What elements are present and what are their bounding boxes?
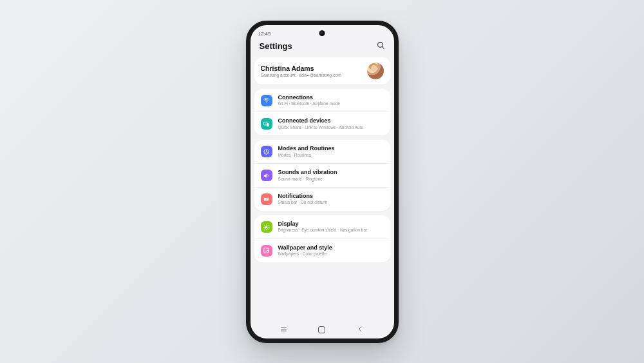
account-subtitle: Samsung account · ada••@samsung.com <box>261 73 341 77</box>
settings-row-notifications[interactable]: Notifications Status bar · Do not distur… <box>254 187 390 211</box>
bell-icon <box>261 193 272 205</box>
camera-hole <box>319 30 325 36</box>
svg-rect-3 <box>263 122 267 125</box>
status-time: 12:45 <box>258 31 271 37</box>
settings-scroll[interactable]: Christina Adams Samsung account · ada••@… <box>251 57 394 322</box>
svg-point-7 <box>265 199 265 199</box>
sun-icon <box>261 221 272 233</box>
phone-frame: 12:45 Settings Christina Adams Samsung a… <box>246 21 399 343</box>
svg-line-18 <box>268 225 269 226</box>
nav-back-icon[interactable] <box>356 324 365 336</box>
sound-icon <box>261 170 272 181</box>
account-name: Christina Adams <box>261 64 341 72</box>
settings-group: Display Brightness · Eye comfort shield … <box>254 215 390 262</box>
page-title: Settings <box>260 41 292 51</box>
routines-icon <box>261 146 272 157</box>
svg-line-16 <box>268 228 269 229</box>
nav-home-icon[interactable] <box>318 326 325 333</box>
row-subtitle: Sound mode · Ringtone <box>278 177 384 182</box>
wifi-icon <box>261 95 272 106</box>
row-subtitle: Wi-Fi · Bluetooth · Airplane mode <box>278 101 384 107</box>
settings-row-sounds-vibration[interactable]: Sounds and vibration Sound mode · Ringto… <box>254 163 390 187</box>
row-title: Notifications <box>278 193 384 199</box>
settings-row-display[interactable]: Display Brightness · Eye comfort shield … <box>254 215 390 239</box>
row-subtitle: Modes · Routines <box>278 153 384 159</box>
row-subtitle: Brightness · Eye comfort shield · Naviga… <box>278 228 384 233</box>
row-subtitle: Quick Share · Link to Windows · Android … <box>278 125 384 131</box>
settings-group: Connections Wi-Fi · Bluetooth · Airplane… <box>254 89 390 136</box>
row-title: Wallpaper and style <box>278 244 384 251</box>
row-text: Connections Wi-Fi · Bluetooth · Airplane… <box>278 94 384 107</box>
svg-rect-8 <box>266 199 268 199</box>
svg-line-15 <box>264 225 265 226</box>
row-text: Wallpaper and style Wallpapers · Color p… <box>278 244 384 257</box>
settings-header: Settings <box>251 39 394 57</box>
svg-point-2 <box>266 102 267 103</box>
devices-icon <box>261 118 272 130</box>
row-subtitle: Wallpapers · Color palette <box>278 251 384 257</box>
svg-line-17 <box>264 228 265 229</box>
navigation-bar <box>251 322 394 338</box>
row-title: Sounds and vibration <box>278 169 384 175</box>
svg-rect-9 <box>266 199 267 200</box>
settings-row-wallpaper-style[interactable]: Wallpaper and style Wallpapers · Color p… <box>254 239 390 262</box>
row-text: Notifications Status bar · Do not distur… <box>278 193 384 206</box>
nav-recents-icon[interactable] <box>279 324 288 336</box>
row-title: Connections <box>278 94 384 101</box>
row-title: Display <box>278 221 384 227</box>
settings-row-connected-devices[interactable]: Connected devices Quick Share · Link to … <box>254 112 390 135</box>
avatar[interactable] <box>367 63 384 79</box>
settings-group: Modes and Routines Modes · Routines Soun… <box>254 140 390 211</box>
svg-point-0 <box>377 42 383 47</box>
row-title: Connected devices <box>278 117 384 124</box>
svg-point-10 <box>265 226 268 228</box>
row-title: Modes and Routines <box>278 145 384 152</box>
wallpaper-icon <box>261 245 272 257</box>
row-text: Modes and Routines Modes · Routines <box>278 145 384 158</box>
row-text: Sounds and vibration Sound mode · Ringto… <box>278 169 384 182</box>
svg-rect-4 <box>267 123 269 126</box>
svg-rect-6 <box>264 197 269 201</box>
account-text: Christina Adams Samsung account · ada••@… <box>261 64 341 77</box>
row-text: Display Brightness · Eye comfort shield … <box>278 221 384 233</box>
row-subtitle: Status bar · Do not disturb <box>278 200 384 206</box>
search-icon[interactable] <box>377 41 385 52</box>
row-text: Connected devices Quick Share · Link to … <box>278 117 384 130</box>
account-card[interactable]: Christina Adams Samsung account · ada••@… <box>254 57 390 84</box>
settings-row-connections[interactable]: Connections Wi-Fi · Bluetooth · Airplane… <box>254 89 390 112</box>
settings-row-modes-routines[interactable]: Modes and Routines Modes · Routines <box>254 140 390 163</box>
svg-line-1 <box>382 46 384 48</box>
